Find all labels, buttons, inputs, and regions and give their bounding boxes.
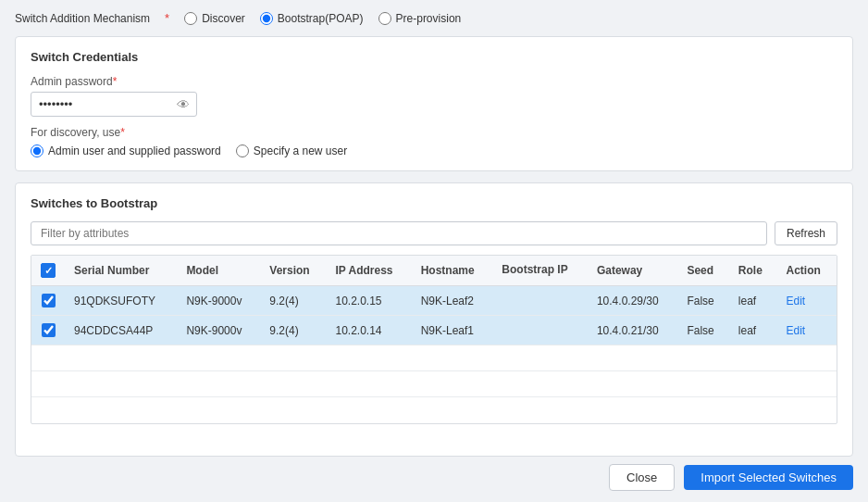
empty-row (31, 397, 837, 423)
empty-cell (327, 345, 412, 371)
credentials-title: Switch Credentials (31, 50, 837, 64)
mechanism-section: Switch Addition Mechanism * Discover Boo… (15, 11, 853, 25)
empty-cell (588, 345, 677, 371)
empty-cell (492, 397, 588, 423)
filter-row: Refresh (31, 221, 837, 245)
password-wrapper: 👁 (31, 92, 197, 117)
empty-cell (177, 345, 260, 371)
switches-table: Serial Number Model Version IP Address H… (31, 256, 837, 423)
cell-action[interactable]: Edit (777, 286, 837, 316)
bootstrap-radio[interactable] (260, 12, 273, 25)
cell-role: leaf (729, 316, 777, 345)
cell-version: 9.2(4) (260, 316, 326, 345)
mechanism-radio-group: Discover Bootstrap(POAP) Pre-provision (184, 12, 461, 25)
empty-cell (31, 371, 65, 397)
specify-new-option[interactable]: Specify a new user (236, 144, 347, 157)
discover-radio[interactable] (184, 12, 197, 25)
filter-input[interactable] (31, 221, 767, 245)
col-ip: IP Address (327, 256, 412, 286)
cell-gateway: 10.4.0.29/30 (588, 286, 677, 316)
cell-serial: 91QDKSUFOTY (65, 286, 177, 316)
empty-cell (327, 371, 412, 397)
discovery-radio-group: Admin user and supplied password Specify… (31, 144, 837, 157)
col-role: Role (729, 256, 777, 286)
empty-cell (729, 345, 777, 371)
mechanism-discover-option[interactable]: Discover (184, 12, 245, 25)
empty-cell (588, 397, 677, 423)
mechanism-label: Switch Addition Mechanism (15, 12, 150, 25)
switches-table-wrapper: Serial Number Model Version IP Address H… (31, 255, 837, 424)
cell-seed: False (677, 316, 728, 345)
cell-ip: 10.2.0.15 (327, 286, 412, 316)
col-bootstrap-ip: Bootstrap IP (492, 256, 588, 286)
col-version: Version (260, 256, 326, 286)
cell-gateway: 10.4.0.21/30 (588, 316, 677, 345)
preprovision-label: Pre-provision (396, 12, 462, 25)
row-checkbox[interactable] (42, 294, 56, 307)
mechanism-bootstrap-option[interactable]: Bootstrap(POAP) (260, 12, 364, 25)
empty-cell (677, 397, 728, 423)
empty-cell (677, 371, 728, 397)
col-seed: Seed (677, 256, 728, 286)
empty-cell (677, 345, 728, 371)
close-button[interactable]: Close (609, 464, 675, 491)
cell-model: N9K-9000v (177, 316, 260, 345)
empty-cell (777, 371, 837, 397)
mechanism-required-star: * (165, 11, 169, 25)
col-action: Action (777, 256, 837, 286)
specify-new-label: Specify a new user (254, 144, 347, 157)
switches-title: Switches to Bootstrap (31, 196, 837, 210)
empty-cell (177, 397, 260, 423)
specify-new-radio[interactable] (236, 144, 249, 157)
cell-hostname: N9K-Leaf1 (412, 316, 493, 345)
refresh-button[interactable]: Refresh (775, 221, 837, 245)
empty-cell (492, 371, 588, 397)
empty-cell (729, 397, 777, 423)
empty-cell (260, 345, 326, 371)
empty-cell (31, 397, 65, 423)
cell-seed: False (677, 286, 728, 316)
empty-cell (777, 345, 837, 371)
preprovision-radio[interactable] (378, 12, 391, 25)
password-required-star: * (113, 75, 118, 88)
empty-cell (260, 397, 326, 423)
admin-user-option[interactable]: Admin user and supplied password (31, 144, 221, 157)
cell-ip: 10.2.0.14 (327, 316, 412, 345)
edit-link[interactable]: Edit (787, 295, 806, 307)
mechanism-preprovision-option[interactable]: Pre-provision (378, 12, 462, 25)
empty-cell (777, 397, 837, 423)
row-checkbox-cell[interactable] (31, 286, 65, 316)
empty-cell (412, 345, 493, 371)
cell-bootstrap-ip (492, 286, 588, 316)
row-checkbox-cell[interactable] (31, 316, 65, 345)
col-serial: Serial Number (65, 256, 177, 286)
cell-serial: 94CDDCSA44P (65, 316, 177, 345)
cell-role: leaf (729, 286, 777, 316)
admin-user-radio[interactable] (31, 144, 43, 157)
table-header-row: Serial Number Model Version IP Address H… (31, 256, 837, 286)
col-hostname: Hostname (412, 256, 493, 286)
edit-link[interactable]: Edit (787, 324, 806, 337)
empty-cell (412, 371, 493, 397)
col-gateway: Gateway (588, 256, 677, 286)
switches-card: Switches to Bootstrap Refresh Serial Num… (15, 182, 853, 457)
header-checkbox-col[interactable] (31, 256, 65, 286)
admin-password-input[interactable] (31, 92, 197, 117)
header-checkbox[interactable] (41, 263, 56, 278)
cell-bootstrap-ip (492, 316, 588, 345)
table-row: 91QDKSUFOTY N9K-9000v 9.2(4) 10.2.0.15 N… (31, 286, 837, 316)
empty-cell (492, 345, 588, 371)
empty-cell (65, 371, 177, 397)
footer: Close Import Selected Switches (15, 457, 853, 491)
empty-cell (327, 397, 412, 423)
discover-label: Discover (202, 12, 245, 25)
bootstrap-label: Bootstrap(POAP) (278, 12, 364, 25)
empty-cell (31, 345, 65, 371)
admin-password-label: Admin password* (31, 75, 837, 88)
import-button[interactable]: Import Selected Switches (684, 465, 853, 490)
admin-user-label: Admin user and supplied password (48, 144, 221, 157)
empty-cell (65, 397, 177, 423)
cell-action[interactable]: Edit (777, 316, 837, 345)
row-checkbox[interactable] (42, 323, 56, 337)
eye-icon[interactable]: 👁 (177, 97, 190, 112)
